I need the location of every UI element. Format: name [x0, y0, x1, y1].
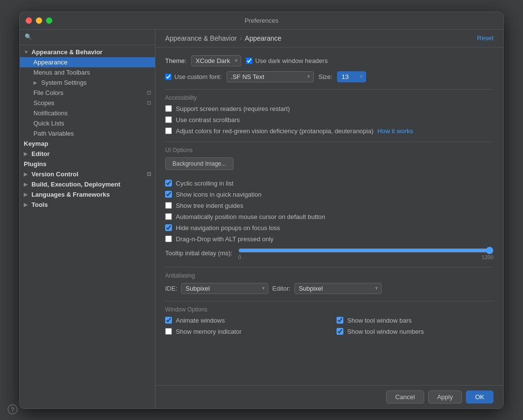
titlebar: Preferences	[20, 12, 503, 30]
minimize-button[interactable]	[36, 17, 42, 24]
tooltip-slider[interactable]	[238, 247, 493, 254]
color-blindness-checkbox[interactable]	[165, 127, 172, 134]
preferences-window: Preferences 🔍 ▼ Appearance & Behavior Ap…	[19, 12, 504, 409]
color-blindness-row: Adjust colors for red-green vision defic…	[165, 127, 493, 135]
window-options-cols: Animate windows Show memory indicator Sh…	[165, 317, 493, 339]
sidebar-item-tools[interactable]: ▶ Tools	[20, 200, 155, 210]
chevron-icon: ▶	[24, 171, 30, 177]
search-bar: 🔍	[20, 30, 155, 45]
theme-select[interactable]: XCode Dark IntelliJ Light Darcula	[191, 55, 241, 66]
custom-font-label[interactable]: Use custom font:	[165, 73, 222, 80]
theme-label: Theme:	[165, 57, 186, 64]
show-memory-row: Show memory indicator	[165, 328, 322, 335]
chevron-icon: ▶	[24, 192, 30, 197]
sidebar-item-keymap[interactable]: Keymap	[20, 139, 155, 149]
apply-button[interactable]: Apply	[428, 390, 462, 404]
tooltip-label: Tooltip initial delay (ms):	[165, 249, 232, 257]
antialiasing-row: IDE: Subpixel Greyscale None Editor: Sub…	[165, 283, 493, 294]
editor-select[interactable]: Subpixel Greyscale None	[294, 283, 382, 294]
tree-indent-checkbox[interactable]	[165, 202, 172, 209]
window-options-col-left: Animate windows Show memory indicator	[165, 317, 322, 339]
sidebar-item-plugins[interactable]: Plugins	[20, 159, 155, 169]
auto-mouse-checkbox[interactable]	[165, 213, 172, 220]
sidebar-item-quick-lists[interactable]: Quick Lists	[20, 118, 155, 128]
ide-select[interactable]: Subpixel Greyscale None	[181, 283, 268, 294]
animate-windows-checkbox[interactable]	[165, 317, 172, 324]
badge-icon: ⊡	[147, 90, 151, 96]
cyclic-scroll-row: Cyclic scrolling in list	[165, 180, 493, 187]
antialiasing-title: Antialiasing	[165, 272, 493, 279]
screen-readers-label: Support screen readers (requires restart…	[176, 105, 290, 112]
sidebar-item-file-colors[interactable]: File Colors ⊡	[20, 88, 155, 98]
close-button[interactable]	[26, 17, 32, 24]
cancel-button[interactable]: Cancel	[386, 390, 424, 404]
show-tool-numbers-checkbox[interactable]	[337, 328, 343, 335]
ide-select-wrapper: Subpixel Greyscale None	[181, 283, 268, 294]
chevron-icon: ▶	[33, 80, 39, 85]
divider-window-options	[165, 301, 493, 301]
contrast-scrollbars-checkbox[interactable]	[165, 116, 172, 123]
sidebar-item-path-variables[interactable]: Path Variables	[20, 128, 155, 139]
hide-nav-popups-row: Hide navigation popups on focus loss	[165, 224, 493, 232]
how-it-works-link[interactable]: How it works	[377, 127, 413, 135]
contrast-scrollbars-row: Use contrast scrollbars	[165, 116, 493, 124]
window-options-col-right: Show tool window bars Show tool window n…	[337, 317, 493, 339]
search-input[interactable]	[35, 33, 150, 41]
sidebar-item-notifications[interactable]: Notifications	[20, 108, 155, 118]
size-select[interactable]: 13 101112141516	[337, 71, 366, 82]
theme-row: Theme: XCode Dark IntelliJ Light Darcula…	[165, 55, 493, 66]
color-blindness-label: Adjust colors for red-green vision defic…	[176, 127, 373, 135]
bottom-bar: Cancel Apply OK	[155, 385, 503, 408]
sidebar-item-menus-toolbars[interactable]: Menus and Toolbars	[20, 67, 155, 78]
show-tool-numbers-row: Show tool window numbers	[337, 328, 493, 335]
show-memory-checkbox[interactable]	[165, 328, 172, 335]
sidebar-item-scopes[interactable]: Scopes ⊡	[20, 98, 155, 108]
size-label: Size:	[319, 73, 333, 80]
custom-font-row: Use custom font: .SF NS Text Helvetica N…	[165, 71, 493, 82]
sidebar: 🔍 ▼ Appearance & Behavior Appearance Men…	[20, 30, 155, 408]
background-image-button[interactable]: Background Image...	[165, 157, 233, 170]
font-select[interactable]: .SF NS Text Helvetica Neue Arial	[227, 71, 314, 82]
divider-ui-options	[165, 141, 493, 142]
contrast-scrollbars-label: Use contrast scrollbars	[176, 116, 240, 124]
sidebar-item-build[interactable]: ▶ Build, Execution, Deployment	[20, 179, 155, 189]
sidebar-item-languages[interactable]: ▶ Languages & Frameworks	[20, 189, 155, 200]
ide-label: IDE:	[165, 285, 177, 292]
show-tool-bars-row: Show tool window bars	[337, 317, 493, 324]
reset-button[interactable]: Reset	[477, 34, 493, 42]
maximize-button[interactable]	[46, 17, 52, 24]
show-tool-bars-checkbox[interactable]	[337, 317, 343, 324]
ui-options-title: UI Options	[165, 147, 493, 154]
screen-readers-row: Support screen readers (requires restart…	[165, 105, 493, 112]
divider-accessibility	[165, 89, 493, 90]
sidebar-item-editor[interactable]: ▶ Editor	[20, 149, 155, 159]
slider-wrapper: 0 1200	[238, 247, 493, 260]
chevron-icon: ▶	[24, 182, 30, 187]
custom-font-checkbox[interactable]	[165, 74, 171, 80]
size-select-wrapper: 13 101112141516	[337, 71, 366, 82]
sidebar-item-system-settings[interactable]: ▶ System Settings	[20, 78, 155, 88]
content-header: Appearance & Behavior › Appearance Reset	[155, 30, 503, 47]
tooltip-slider-container: Tooltip initial delay (ms): 0 1200	[165, 247, 493, 260]
window-title: Preferences	[245, 17, 278, 24]
tree-indent-row: Show tree indent guides	[165, 202, 493, 209]
screen-readers-checkbox[interactable]	[165, 105, 172, 112]
dark-headers-label[interactable]: Use dark window headers	[246, 57, 328, 64]
sidebar-item-version-control[interactable]: ▶ Version Control ⊡	[20, 169, 155, 179]
dark-headers-checkbox[interactable]	[246, 58, 252, 64]
drag-drop-row: Drag-n-Drop with ALT pressed only	[165, 235, 493, 243]
window-controls	[26, 17, 52, 24]
icons-quick-nav-checkbox[interactable]	[165, 191, 172, 198]
sidebar-item-appearance[interactable]: Appearance	[20, 57, 155, 67]
cyclic-scroll-checkbox[interactable]	[165, 180, 172, 187]
divider-antialiasing	[165, 267, 493, 267]
drag-drop-checkbox[interactable]	[165, 235, 172, 242]
sidebar-item-appearance-behavior[interactable]: ▼ Appearance & Behavior	[20, 47, 155, 57]
font-select-wrapper: .SF NS Text Helvetica Neue Arial	[227, 71, 314, 82]
breadcrumb: Appearance & Behavior › Appearance	[165, 34, 281, 42]
hide-nav-popups-checkbox[interactable]	[165, 224, 172, 231]
badge-icon: ⊡	[147, 100, 151, 106]
ok-button[interactable]: OK	[466, 390, 493, 404]
editor-label: Editor:	[272, 285, 291, 292]
content-area: Appearance & Behavior › Appearance Reset…	[155, 30, 503, 408]
